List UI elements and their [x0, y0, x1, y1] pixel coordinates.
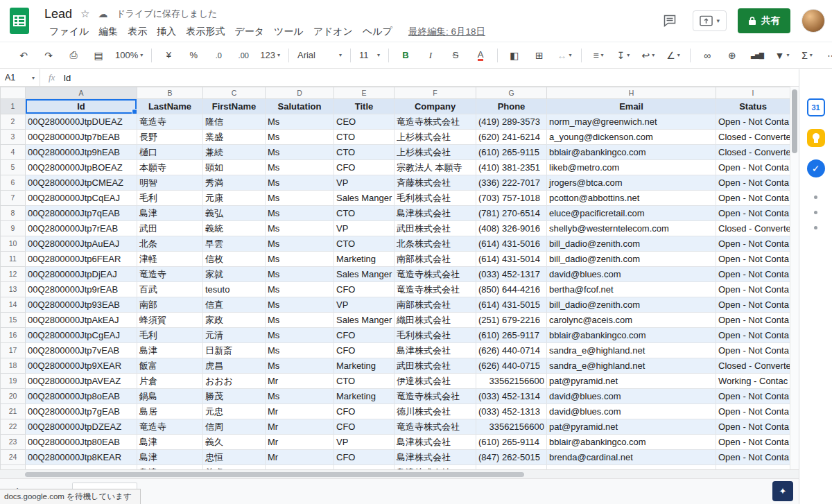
row-header-12[interactable]: 12: [1, 267, 26, 282]
header-cell-salutation[interactable]: Salutation: [266, 99, 334, 114]
avatar[interactable]: [801, 9, 825, 33]
cell[interactable]: CFO: [334, 160, 395, 175]
cell[interactable]: bblair@abankingco.com: [547, 328, 716, 343]
cell[interactable]: Sales Manger: [334, 313, 395, 328]
cell[interactable]: 信周: [203, 419, 266, 435]
column-header-E[interactable]: E: [334, 87, 395, 99]
cell[interactable]: Closed - Converte: [716, 221, 790, 236]
cell[interactable]: 顕如: [203, 160, 266, 175]
cell[interactable]: 00Q2800000JtpAVEAZ: [26, 374, 137, 389]
cell[interactable]: 島津株式会社: [395, 206, 476, 221]
cell[interactable]: 明智: [137, 175, 203, 191]
row-header-19[interactable]: 19: [1, 374, 26, 389]
cell[interactable]: Open - Not Conta: [716, 236, 790, 252]
cell[interactable]: 義統: [203, 221, 266, 236]
cell[interactable]: 樋口: [137, 145, 203, 160]
tasks-icon[interactable]: ✓: [807, 159, 825, 177]
vertical-scrollbar[interactable]: [790, 87, 799, 469]
row-header-18[interactable]: 18: [1, 358, 26, 374]
row-header-15[interactable]: 15: [1, 313, 26, 328]
cell[interactable]: 徳川株式会社: [395, 404, 476, 419]
fill-handle[interactable]: [132, 109, 137, 114]
cell[interactable]: (847) 262-5015: [476, 450, 547, 465]
vertical-align-button[interactable]: ↧▾: [612, 46, 634, 64]
cell[interactable]: 竜造寺株式会社: [395, 114, 476, 130]
row-header-22[interactable]: 22: [1, 419, 26, 435]
cell[interactable]: 00Q2800000Jtp7gEAB: [26, 404, 137, 419]
row-header-2[interactable]: 2: [1, 114, 26, 130]
row-header-10[interactable]: 10: [1, 236, 26, 252]
cell[interactable]: Mr: [266, 450, 334, 465]
cell[interactable]: Mr: [266, 404, 334, 419]
cell[interactable]: Sales Manger: [334, 267, 395, 282]
undo-button[interactable]: ↶: [12, 46, 35, 64]
cell[interactable]: carolync@aceis.com: [547, 313, 716, 328]
cell[interactable]: 義弘: [203, 206, 266, 221]
row-header-7[interactable]: 7: [1, 191, 26, 206]
cell[interactable]: VP: [334, 175, 395, 191]
cell[interactable]: Open - Not Conta: [716, 419, 790, 435]
bold-button[interactable]: B: [395, 46, 417, 64]
cell[interactable]: 信枚: [203, 252, 266, 267]
cell[interactable]: 00Q2800000JtpCqEAJ: [26, 191, 137, 206]
cell[interactable]: 毛利株式会社: [395, 191, 476, 206]
cell[interactable]: david@blues.com: [547, 389, 716, 404]
cell[interactable]: 島津: [137, 435, 203, 450]
text-wrap-button[interactable]: ↩▾: [637, 46, 659, 64]
row-header-9[interactable]: 9: [1, 221, 26, 236]
cell[interactable]: Ms: [266, 236, 334, 252]
cell[interactable]: Marketing: [334, 358, 395, 374]
row-header-13[interactable]: 13: [1, 282, 26, 297]
cell[interactable]: 武田: [137, 221, 203, 236]
cell[interactable]: 竜造寺株式会社: [395, 267, 476, 282]
cell[interactable]: 長野: [137, 130, 203, 145]
cell[interactable]: 毛利: [137, 191, 203, 206]
cell[interactable]: Open - Not Conta: [716, 328, 790, 343]
text-color-button[interactable]: A: [469, 46, 492, 64]
cell[interactable]: 竜造寺: [137, 267, 203, 282]
cell[interactable]: Open - Not Conta: [716, 343, 790, 358]
cell[interactable]: 津軽: [137, 252, 203, 267]
cell[interactable]: 上杉株式会社: [395, 145, 476, 160]
column-header-A[interactable]: A: [26, 87, 137, 99]
cell[interactable]: 00Q2800000JtpAkEAJ: [26, 313, 137, 328]
menu-item-2[interactable]: 表示: [123, 24, 152, 40]
cell[interactable]: (610) 265-9117: [476, 328, 547, 343]
insert-link-button[interactable]: ∞: [696, 46, 718, 64]
cell[interactable]: Sales Manger: [334, 191, 395, 206]
row-header-23[interactable]: 23: [1, 435, 26, 450]
cell[interactable]: CEO: [334, 114, 395, 130]
cell[interactable]: Open - Not Conta: [716, 206, 790, 221]
cell[interactable]: Open - Not Conta: [716, 114, 790, 130]
cell[interactable]: 本願寺: [137, 160, 203, 175]
row-header-3[interactable]: 3: [1, 130, 26, 145]
cell[interactable]: Ms: [266, 389, 334, 404]
cell[interactable]: 飯富: [137, 358, 203, 374]
formula-input[interactable]: Id: [63, 73, 71, 83]
cell[interactable]: 織田株式会社: [395, 313, 476, 328]
cell[interactable]: 島津株式会社: [395, 435, 476, 450]
cell[interactable]: Closed - Converte: [716, 358, 790, 374]
cell[interactable]: Open - Not Conta: [716, 450, 790, 465]
calendar-icon[interactable]: 31: [807, 98, 825, 116]
cell[interactable]: おおお: [203, 374, 266, 389]
vertical-scrollbar-thumb[interactable]: [792, 89, 797, 153]
header-cell-firstname[interactable]: FirstName: [203, 99, 266, 114]
zoom-select-button[interactable]: 100%▾: [112, 46, 146, 64]
cell[interactable]: 00Q2800000Jtp93EAB: [26, 297, 137, 313]
cell[interactable]: sandra_e@highland.net: [547, 343, 716, 358]
cell[interactable]: Ms: [266, 282, 334, 297]
cell[interactable]: VP: [334, 297, 395, 313]
cell[interactable]: Marketing: [334, 252, 395, 267]
cell[interactable]: (620) 241-6214: [476, 130, 547, 145]
cell[interactable]: Ms: [266, 343, 334, 358]
cell[interactable]: CFO: [334, 328, 395, 343]
cell[interactable]: 南部株式会社: [395, 297, 476, 313]
cell[interactable]: 00Q2800000Jtp7qEAB: [26, 206, 137, 221]
column-header-H[interactable]: H: [547, 87, 716, 99]
fill-color-button[interactable]: ◧: [503, 46, 526, 64]
cell[interactable]: 00Q2800000Jtp9XEAR: [26, 358, 137, 374]
cell[interactable]: bblair@abankingco.com: [547, 145, 716, 160]
cell[interactable]: Ms: [266, 130, 334, 145]
paint-format-button[interactable]: ▤: [87, 46, 110, 64]
